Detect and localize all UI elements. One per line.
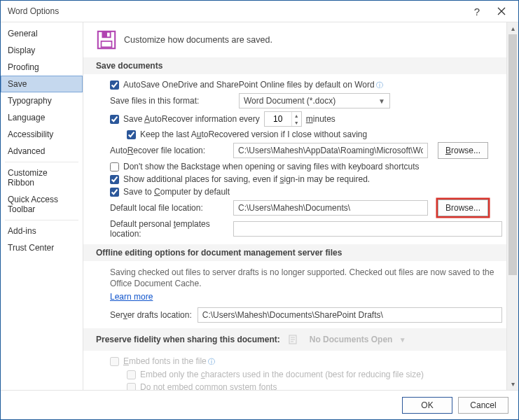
nav-typography[interactable]: Typography [1, 92, 83, 109]
close-icon [497, 7, 506, 15]
show-additional-label: Show additional places for saving, even … [123, 174, 370, 184]
category-nav: General Display Proofing Save Typography… [1, 22, 83, 390]
word-options-dialog: Word Options ? General Display Proofing … [0, 0, 519, 420]
default-local-input[interactable] [233, 200, 428, 216]
default-local-label: Default local file location: [110, 203, 230, 213]
spin-down[interactable]: ▼ [292, 119, 301, 126]
section-preserve-label: Preserve fidelity when sharing this docu… [96, 335, 280, 344]
no-common-fonts-label: Do not embed common system fonts [140, 382, 277, 390]
nav-advanced[interactable]: Advanced [1, 143, 83, 160]
server-drafts-input[interactable] [198, 307, 502, 323]
autorecover-browse-button[interactable]: Browse... [438, 142, 488, 159]
preserve-doc-value: No Documents Open [310, 335, 393, 344]
section-save-documents: Save documents [83, 57, 506, 74]
info-icon [207, 356, 215, 366]
titlebar: Word Options ? [1, 1, 518, 22]
nav-trust-center[interactable]: Trust Center [1, 239, 83, 256]
heading-text: Customize how documents are saved. [124, 35, 272, 45]
autorecover-label: Save AutoRecover information every [123, 114, 260, 124]
default-local-browse-button[interactable]: Browse... [438, 200, 488, 216]
svg-rect-2 [107, 33, 110, 37]
nav-display[interactable]: Display [1, 42, 83, 59]
scroll-down-arrow[interactable]: ▾ [507, 378, 518, 390]
autosave-online-checkbox[interactable] [110, 80, 119, 90]
embed-fonts-label: Embed fonts in the file [123, 356, 215, 367]
embed-only-chars-checkbox [127, 370, 136, 379]
save-format-label: Save files in this format: [110, 96, 230, 106]
autosave-online-label: AutoSave OneDrive and SharePoint Online … [123, 80, 383, 90]
embed-fonts-checkbox [110, 357, 119, 366]
content-pane: Customize how documents are saved. Save … [83, 22, 506, 390]
no-common-fonts-checkbox [127, 383, 136, 390]
save-format-value: Word Document (*.docx) [244, 96, 335, 106]
spin-up[interactable]: ▲ [292, 112, 301, 119]
autorecover-location-label: AutoRecover file location: [110, 146, 230, 155]
chevron-down-icon: ▼ [399, 336, 406, 344]
nav-quick-access[interactable]: Quick Access Toolbar [1, 191, 83, 218]
preserve-doc-dropdown: No Documents Open ▼ [305, 332, 410, 347]
info-icon[interactable] [375, 80, 383, 90]
chevron-down-icon: ▼ [378, 97, 385, 105]
nav-save[interactable]: Save [1, 76, 83, 92]
dialog-title: Word Options [8, 6, 59, 16]
default-templates-input[interactable] [233, 221, 502, 237]
embed-only-chars-label: Embed only the characters used in the do… [140, 370, 424, 379]
nav-language[interactable]: Language [1, 109, 83, 126]
nav-customize-ribbon[interactable]: Customize Ribbon [1, 164, 83, 191]
default-templates-label: Default personal templates location: [110, 219, 230, 239]
show-additional-checkbox[interactable] [110, 175, 119, 184]
autorecover-checkbox[interactable] [110, 115, 119, 124]
close-button[interactable] [487, 3, 515, 20]
save-to-computer-label: Save to Computer by default [123, 187, 230, 197]
keep-last-label: Keep the last AutoRecovered version if I… [140, 130, 367, 139]
vertical-scrollbar[interactable]: ▴ ▾ [506, 22, 518, 390]
autorecover-minutes-spinner[interactable]: ▲▼ [264, 111, 302, 127]
save-disk-icon [96, 29, 117, 50]
ok-button[interactable]: OK [402, 397, 452, 414]
minutes-unit: minutes [306, 114, 335, 124]
nav-proofing[interactable]: Proofing [1, 59, 83, 76]
scroll-up-arrow[interactable]: ▴ [507, 22, 518, 34]
autorecover-minutes-input[interactable] [265, 112, 291, 126]
section-offline: Offline editing options for document man… [83, 244, 506, 261]
help-button[interactable]: ? [466, 3, 487, 20]
scroll-thumb[interactable] [508, 34, 517, 275]
keep-last-checkbox[interactable] [127, 130, 136, 139]
server-drafts-label: Server drafts location: [110, 310, 192, 320]
no-backstage-checkbox[interactable] [110, 162, 119, 172]
svg-rect-3 [102, 41, 112, 47]
offline-desc: Saving checked out files to server draft… [96, 267, 502, 289]
no-backstage-label: Don't show the Backstage when opening or… [123, 162, 420, 172]
dialog-footer: OK Cancel [1, 390, 518, 419]
scroll-track[interactable] [507, 34, 518, 378]
save-format-dropdown[interactable]: Word Document (*.docx) ▼ [239, 93, 390, 108]
cancel-button[interactable]: Cancel [458, 397, 508, 414]
autorecover-location-input[interactable] [233, 143, 428, 158]
nav-accessibility[interactable]: Accessibility [1, 126, 83, 143]
save-to-computer-checkbox[interactable] [110, 188, 119, 197]
document-icon [287, 334, 298, 345]
learn-more-link[interactable]: Learn more [96, 292, 153, 302]
section-preserve: Preserve fidelity when sharing this docu… [83, 328, 506, 351]
nav-general[interactable]: General [1, 25, 83, 42]
nav-addins[interactable]: Add-ins [1, 223, 83, 239]
